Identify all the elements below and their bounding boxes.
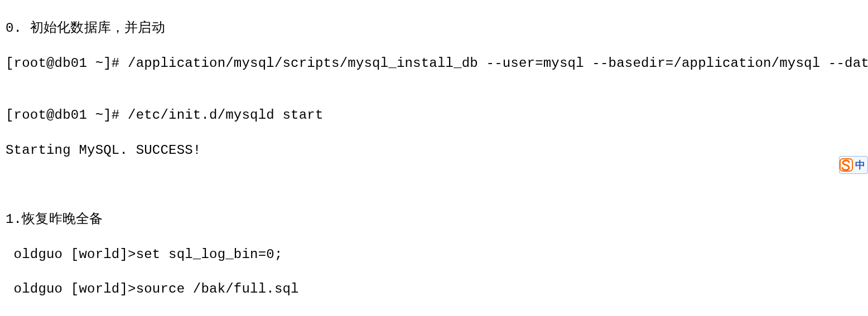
cmd-source-full-sql: oldguo [world]>source /bak/full.sql	[6, 280, 862, 298]
cmd-set-logbin-0-a: oldguo [world]>set sql_log_bin=0;	[6, 246, 862, 263]
cmd-mysql-install-db: [root@db01 ~]# /application/mysql/script…	[6, 55, 862, 72]
ime-floating-bar[interactable]: 中	[839, 156, 868, 174]
step1-title: 1.恢复昨晚全备	[6, 211, 862, 228]
terminal-output: 0. 初始化数据库，并启动 [root@db01 ~]# /applicatio…	[0, 0, 868, 316]
step0-title: 0. 初始化数据库，并启动	[6, 20, 862, 37]
ime-language-indicator: 中	[855, 158, 865, 172]
output-start-success: Starting MySQL. SUCCESS!	[6, 142, 862, 159]
sogou-logo-icon	[840, 158, 853, 172]
cmd-mysqld-start: [root@db01 ~]# /etc/init.d/mysqld start	[6, 106, 862, 124]
